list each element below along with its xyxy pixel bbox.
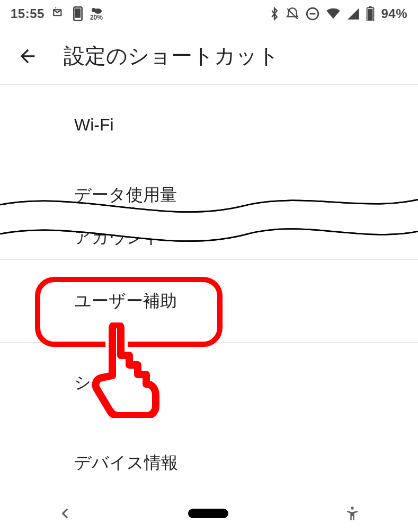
cellular-icon [347, 7, 360, 20]
svg-text:Y!: Y! [54, 7, 59, 10]
nav-back-button[interactable] [58, 507, 72, 520]
list-item-account[interactable]: アカウント [0, 207, 418, 260]
svg-rect-10 [368, 9, 373, 21]
phone-icon [73, 6, 83, 21]
weather-percentage: 20% [90, 14, 103, 21]
list-item-system[interactable]: システム [0, 343, 418, 423]
status-time: 15:55 [11, 6, 45, 21]
list-item-label: ユーザー補助 [74, 290, 177, 313]
list-item-accessibility[interactable]: ユーザー補助 [0, 260, 418, 343]
nav-home-button[interactable] [188, 509, 228, 518]
list-item-wifi[interactable]: Wi-Fi [0, 85, 418, 164]
app-bar: 設定のショートカット [0, 28, 418, 85]
svg-point-4 [94, 8, 102, 14]
mail-icon: Y! [52, 7, 66, 21]
svg-point-11 [351, 507, 354, 510]
minus-circle-icon [306, 7, 319, 21]
battery-percentage: 94% [381, 6, 407, 21]
dnd-icon [286, 7, 299, 21]
list-item-label: システム [74, 371, 144, 395]
list-item-label: Wi-Fi [74, 115, 114, 135]
svg-rect-2 [75, 8, 81, 18]
battery-icon [366, 6, 375, 21]
page-title: 設定のショートカット [64, 41, 279, 71]
list-item-device-info[interactable]: デバイス情報 [0, 423, 418, 503]
wifi-icon [326, 7, 341, 20]
list-item-label: アカウント [74, 226, 162, 249]
back-button[interactable] [17, 46, 38, 67]
nav-accessibility-button[interactable] [344, 505, 360, 521]
list-item-label: デバイス情報 [74, 451, 178, 475]
bluetooth-icon [270, 7, 279, 21]
weather-icon: 20% [90, 7, 103, 21]
status-bar: 15:55 Y! 20% [0, 0, 418, 28]
navigation-bar [0, 495, 418, 532]
settings-list: Wi-Fi データ使用量 アカウント ユーザー補助 システム デバイス情報 [0, 85, 418, 503]
list-item-label: データ使用量 [74, 184, 177, 207]
list-item-data-usage[interactable]: データ使用量 [0, 164, 418, 207]
